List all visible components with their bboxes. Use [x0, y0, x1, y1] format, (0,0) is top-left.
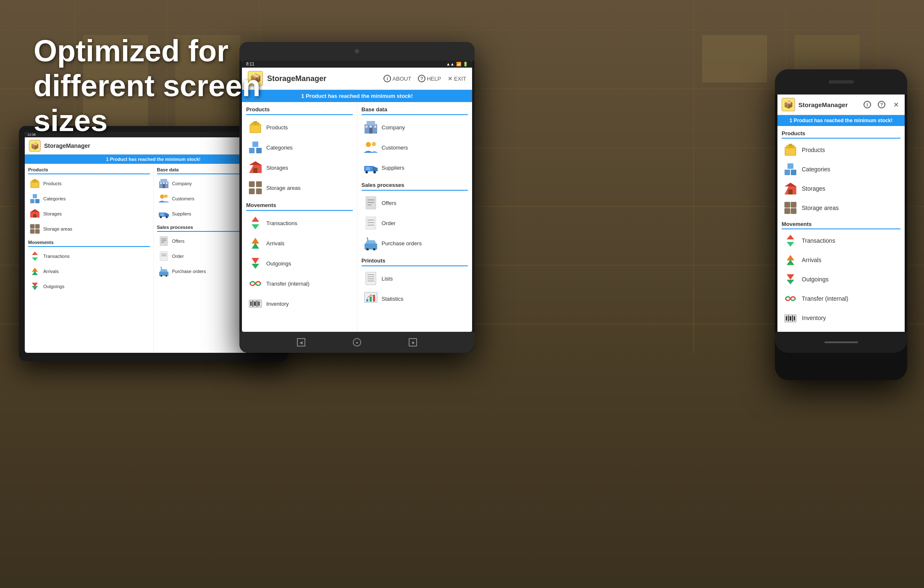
phone-menu-storages[interactable]: Storages [782, 179, 900, 198]
svg-line-43 [161, 267, 162, 269]
help-button[interactable]: ? HELP [418, 75, 441, 82]
nav-back-button[interactable]: ◀ [297, 338, 305, 346]
svg-rect-104 [785, 147, 796, 155]
main-menu-statistics[interactable]: Statistics [362, 289, 468, 309]
main-menu-purchase-orders[interactable]: Purchase orders [362, 233, 468, 253]
menu-item-products[interactable]: Products [28, 176, 150, 191]
suppliers-icon [158, 208, 170, 220]
storages-icon [29, 208, 41, 220]
main-menu-company[interactable]: Company [362, 117, 468, 137]
main-statistics-label: Statistics [382, 296, 404, 302]
phone-menu-outgoings[interactable]: Outgoings [782, 270, 900, 289]
svg-rect-73 [370, 126, 372, 128]
main-menu-order[interactable]: Order [362, 213, 468, 233]
main-storages-icon [248, 160, 263, 175]
main-menu-transfer[interactable]: Transfer (internal) [246, 273, 353, 294]
purchase-orders-icon [158, 265, 170, 277]
about-button[interactable]: i ABOUT [383, 75, 411, 82]
products-section-title: Products [28, 167, 150, 174]
svg-rect-49 [252, 142, 258, 147]
menu-item-arrivals[interactable]: Arrivals [28, 264, 150, 279]
menu-item-transactions[interactable]: Transactions [28, 249, 150, 264]
main-status-bar: 8:11 ▲▲ 📶 🔋 [242, 60, 472, 68]
main-menu-customers[interactable]: Customers [362, 137, 468, 158]
phone-movements-title: Movements [782, 221, 900, 229]
svg-marker-13 [32, 252, 38, 255]
svg-rect-3 [30, 199, 34, 203]
main-inventory-icon [248, 296, 263, 311]
menu-item-outgoings[interactable]: Outgoings [28, 279, 150, 294]
svg-rect-54 [256, 181, 262, 187]
main-sales-section: Sales processes Offers [362, 182, 468, 253]
svg-rect-11 [30, 229, 34, 234]
main-signal-icon: ▲▲ [446, 62, 454, 66]
phone-menu-inventory[interactable]: Inventory [782, 308, 900, 328]
phone-inventory-icon [783, 311, 798, 325]
main-menu-categories[interactable]: Categories [246, 137, 353, 158]
phone-exit-icon: ✕ [893, 101, 899, 109]
svg-rect-95 [366, 272, 376, 285]
phone-products-title: Products [782, 130, 900, 139]
nav-recents-button[interactable]: ■ [409, 338, 417, 346]
main-menu-offers[interactable]: Offers [362, 193, 468, 213]
small-tablet-left-col: Products Products Categories [25, 164, 154, 353]
main-menu-suppliers[interactable]: Suppliers [362, 158, 468, 178]
svg-rect-90 [365, 244, 377, 249]
movements-section: Movements Transactions Arrivals [28, 240, 150, 294]
exit-x-icon: ✕ [448, 75, 453, 82]
svg-rect-48 [256, 148, 262, 153]
svg-rect-107 [785, 170, 790, 175]
main-menu-storages[interactable]: Storages [246, 158, 353, 178]
phone-outgoings-icon [783, 272, 798, 286]
menu-item-storages[interactable]: Storages [28, 206, 150, 221]
main-customers-label: Customers [382, 144, 408, 151]
transactions-label: Transactions [43, 254, 70, 259]
phone-about-btn[interactable]: i [863, 100, 872, 109]
main-offers-label: Offers [382, 200, 396, 206]
svg-point-80 [373, 171, 376, 173]
main-tablet-device: 8:11 ▲▲ 📶 🔋 📦 StorageManager i ABOUT [239, 42, 475, 353]
svg-rect-31 [160, 213, 164, 216]
main-menu-lists[interactable]: Lists [362, 268, 468, 289]
small-tablet-logo: 📦 [29, 140, 41, 152]
svg-rect-21 [163, 184, 165, 188]
phone-alert: 1 Product has reached the minimum stock! [777, 115, 905, 126]
phone-menu-arrivals[interactable]: Arrivals [782, 250, 900, 270]
menu-item-categories[interactable]: Categories [28, 191, 150, 206]
phone-menu-storage-areas[interactable]: Storage areas [782, 198, 900, 218]
svg-marker-122 [787, 274, 794, 280]
main-battery-icon: 🔋 [463, 62, 468, 66]
headline-line2: different screen sizes [34, 68, 269, 138]
phone-menu-products[interactable]: Products [782, 140, 900, 160]
main-menu-outgoings[interactable]: Outgoings [246, 253, 353, 273]
order-icon [158, 250, 170, 262]
svg-point-29 [160, 216, 162, 218]
exit-button[interactable]: ✕ EXIT [448, 75, 466, 82]
svg-rect-124 [786, 316, 787, 320]
menu-item-storage-areas[interactable]: Storage areas [28, 221, 150, 236]
main-printouts-title: Printouts [362, 257, 468, 266]
phone-menu-categories[interactable]: Categories [782, 160, 900, 179]
main-menu-arrivals[interactable]: Arrivals [246, 233, 353, 253]
main-inventory-label: Inventory [266, 301, 289, 307]
phone-menu-transactions[interactable]: Transactions [782, 231, 900, 250]
nav-home-button[interactable]: ● [353, 338, 361, 346]
storages-label: Storages [43, 211, 62, 216]
svg-rect-10 [35, 224, 39, 228]
company-label: Company [172, 181, 192, 186]
main-menu-inventory[interactable]: Inventory [246, 294, 353, 314]
svg-rect-4 [35, 199, 39, 203]
main-menu-transactions[interactable]: Transactions [246, 213, 353, 233]
svg-rect-5 [33, 194, 37, 198]
phone-home-button[interactable] [824, 341, 858, 343]
main-menu-storage-areas[interactable]: Storage areas [246, 178, 353, 198]
main-movements-title: Movements [246, 202, 353, 211]
svg-rect-115 [785, 208, 790, 214]
main-lists-label: Lists [382, 276, 393, 282]
phone-screen-wrap: 📦 StorageManager i ? ✕ 1 Product has rea… [775, 94, 907, 332]
svg-rect-81 [366, 167, 370, 170]
phone-menu-transfer[interactable]: Transfer (internal) [782, 289, 900, 308]
main-sales-title: Sales processes [362, 182, 468, 191]
phone-help-btn[interactable]: ? [877, 100, 886, 109]
phone-exit-btn[interactable]: ✕ [891, 100, 900, 109]
